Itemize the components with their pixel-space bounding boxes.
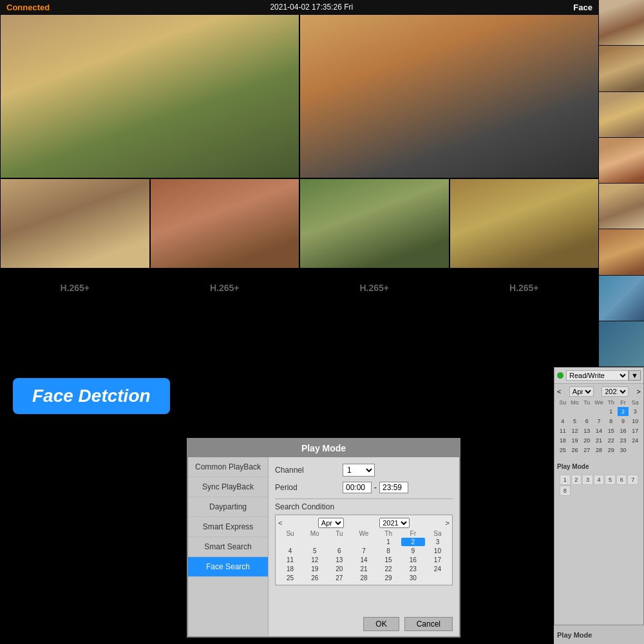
connection-status: Connected [6,3,50,12]
top-bar: Connected 2021-04-02 17:35:26 Fri Face [0,0,599,14]
video-cell-bot-3[interactable] [299,178,450,269]
thumb-3[interactable] [599,92,644,138]
search-condition-label: Search Condition [275,498,453,511]
codec-bar: H.265+ H.265+ H.265+ H.265+ [0,269,599,307]
period-label: Period [275,483,343,492]
codec-label-2: H.265+ [150,283,300,293]
right-panel: Read/Write ▼ < Apr 2021 > Su Mo Tu We Th… [554,367,644,644]
video-cell-bot-4[interactable] [450,178,600,269]
rw-indicator [557,372,564,379]
codec-label-3: H.265+ [299,283,450,293]
cancel-button[interactable]: Cancel [404,617,453,631]
panel-play-mode-bar: Play Mode [554,625,644,644]
panel-calendar: < Apr 2021 > Su Mo Tu We Th Fr Sa 1 2 3 … [554,384,643,457]
panel-cal-prev[interactable]: < [557,388,561,395]
dialog-right-content: Channel 1 Period - Search Condition < Ap… [269,457,459,636]
menu-face-search[interactable]: Face Search [188,557,268,577]
menu-smart-search[interactable]: Smart Search [188,537,268,557]
mini-calendar: < Apr 2021 > Su Mo Tu We Th Fr Sa [275,515,453,585]
face-detection-box: Face Detction [13,378,170,414]
video-cell-bot-2[interactable] [150,178,300,269]
dialog-title: Play Mode [301,443,346,453]
dialog-left-menu: Common PlayBack Sync PlayBack Dayparting… [188,457,269,636]
dialog-content: Common PlayBack Sync PlayBack Dayparting… [188,457,459,636]
period-start[interactable] [343,482,372,493]
read-write-bar: Read/Write ▼ [554,368,643,384]
face-detection-title: Face Detction [32,386,151,406]
mini-cal-month[interactable]: Apr [318,518,344,528]
menu-common-playback[interactable]: Common PlayBack [188,457,268,477]
face-label: Face [573,3,592,12]
video-cell-top-1[interactable] [0,14,299,178]
video-cell-bot-1[interactable] [0,178,150,269]
panel-cal-year[interactable]: 2021 [601,386,629,397]
menu-dayparting[interactable]: Dayparting [188,497,268,517]
period-field: Period - [275,482,453,493]
video-cell-top-2[interactable] [299,14,599,178]
panel-cal-next[interactable]: > [637,388,641,395]
channel-field: Channel 1 [275,464,453,477]
face-detection-banner: Face Detction [0,367,554,425]
play-mode-dialog: Play Mode Common PlayBack Sync PlayBack … [187,438,460,638]
play-mode-days: 1 2 3 4 5 6 7 8 [557,472,641,498]
rw-button[interactable]: ▼ [629,370,641,381]
mini-cal-prev[interactable]: < [278,519,282,527]
mini-cal-grid: Su Mo Tu We Th Fr Sa 1 2 3 4 [278,530,450,582]
thumb-8[interactable] [599,321,644,367]
menu-sync-playback[interactable]: Sync PlayBack [188,477,268,497]
ok-button[interactable]: OK [363,617,399,631]
codec-label-4: H.265+ [450,283,600,293]
codec-label-1: H.265+ [0,283,150,293]
panel-cal-grid: Su Mo Tu We Th Fr Sa 1 2 3 4 5 6 7 8 9 1… [557,399,641,455]
play-mode-section: Play Mode 1 2 3 4 5 6 7 8 [554,460,643,501]
channel-select[interactable]: 1 [343,464,375,477]
thumb-5[interactable] [599,184,644,229]
period-separator: - [374,483,377,492]
thumb-7[interactable] [599,276,644,321]
thumb-2[interactable] [599,46,644,91]
video-grid-top [0,14,599,178]
thumb-1[interactable] [599,0,644,46]
panel-cal-header: < Apr 2021 > [557,386,641,397]
mini-cal-next[interactable]: > [446,519,450,527]
menu-smart-express[interactable]: Smart Express [188,517,268,537]
panel-cal-month[interactable]: Apr [569,386,594,397]
period-end[interactable] [379,482,408,493]
read-write-select[interactable]: Read/Write [566,370,629,381]
dialog-buttons: OK Cancel [363,617,453,631]
play-mode-section-label: Play Mode [557,463,641,470]
thumb-6[interactable] [599,229,644,275]
mini-cal-header: < Apr 2021 > [278,518,450,528]
dialog-title-bar: Play Mode [188,439,459,457]
right-sidebar [599,0,644,367]
video-grid-bottom [0,178,599,269]
play-mode-bottom-label: Play Mode [557,631,592,639]
datetime-display: 2021-04-02 17:35:26 Fri [270,3,353,12]
channel-label: Channel [275,466,343,475]
thumb-4[interactable] [599,138,644,184]
mini-cal-year[interactable]: 2021 [379,518,410,528]
